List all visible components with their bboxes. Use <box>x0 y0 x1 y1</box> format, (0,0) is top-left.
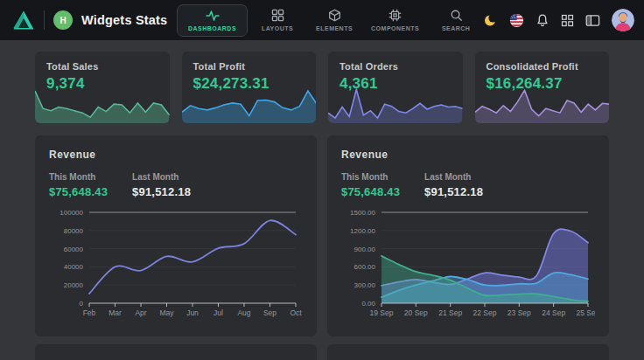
card-title: Revenue <box>49 149 303 161</box>
dashboard-content: Total Sales 9,374 Total Profit $24,273.3… <box>0 52 644 360</box>
svg-text:1500.00: 1500.00 <box>350 209 375 217</box>
search-icon <box>450 9 463 22</box>
this-month-label: This Month <box>341 172 400 182</box>
svg-text:21 Sep: 21 Sep <box>438 308 462 317</box>
svg-text:Apr: Apr <box>135 308 146 317</box>
svg-text:Jun: Jun <box>186 308 199 317</box>
revenue-daily-area-chart: 0.00300.00600.00900.001200.001500.0019 S… <box>341 205 595 321</box>
cpu-chip-icon <box>388 9 402 22</box>
nav-label: DASHBOARDS <box>188 25 236 31</box>
activity-icon <box>206 10 220 22</box>
this-month-value: $75,648.43 <box>341 185 400 198</box>
nav-label: COMPONENTS <box>371 25 419 31</box>
svg-text:20 Sep: 20 Sep <box>404 308 428 317</box>
user-avatar[interactable] <box>612 9 634 31</box>
card-stub <box>327 344 609 360</box>
total-profit-sparkline <box>182 85 317 123</box>
this-month-value: $75,648.43 <box>49 185 108 198</box>
grid-layout-icon <box>271 9 284 22</box>
svg-text:24 Sep: 24 Sep <box>542 308 565 317</box>
next-cards-row-partial <box>35 344 609 360</box>
svg-text:1200.00: 1200.00 <box>350 227 375 235</box>
svg-text:300.00: 300.00 <box>354 281 376 289</box>
nav-item-elements[interactable]: ELEMENTS <box>307 3 361 37</box>
nav-item-components[interactable]: COMPONENTS <box>364 3 426 37</box>
nav-item-layouts[interactable]: LAYOUTS <box>250 3 304 37</box>
revenue-summary: This Month $75,648.43 Last Month $91,512… <box>49 172 303 198</box>
revenue-summary: This Month $75,648.43 Last Month $91,512… <box>341 172 595 198</box>
this-month-block: This Month $75,648.43 <box>341 172 400 198</box>
page-title: Widgets Stats <box>81 13 167 27</box>
stat-label: Consolidated Profit <box>486 61 598 72</box>
card-stub <box>35 344 317 360</box>
stat-label: Total Orders <box>340 61 452 72</box>
stat-card-total-orders: Total Orders 4,361 <box>328 52 463 123</box>
svg-text:0.00: 0.00 <box>361 300 375 308</box>
svg-text:19 Sep: 19 Sep <box>370 308 394 317</box>
stat-card-consolidated-profit: Consolidated Profit $16,264.37 <box>475 52 610 123</box>
svg-text:Sep: Sep <box>263 308 276 317</box>
last-month-value: $91,512.18 <box>424 185 483 198</box>
svg-text:0: 0 <box>80 300 84 308</box>
stat-cards-row: Total Sales 9,374 Total Profit $24,273.3… <box>35 52 609 123</box>
revenue-monthly-line-chart: 020000400006000080000100000FebMarAprMayJ… <box>49 205 303 321</box>
this-month-block: This Month $75,648.43 <box>49 172 108 198</box>
apps-grid-icon[interactable] <box>561 14 574 27</box>
svg-text:Feb: Feb <box>83 308 96 317</box>
stat-card-total-profit: Total Profit $24,273.31 <box>182 52 317 123</box>
workspace-badge[interactable]: H <box>53 10 73 30</box>
svg-text:22 Sep: 22 Sep <box>473 308 497 317</box>
svg-text:600.00: 600.00 <box>354 263 376 271</box>
card-title: Revenue <box>341 149 595 161</box>
header-divider <box>44 10 45 30</box>
svg-text:Jul: Jul <box>214 308 223 317</box>
svg-text:Oct: Oct <box>290 308 302 317</box>
svg-text:25 Sep: 25 Sep <box>577 308 595 317</box>
svg-text:20000: 20000 <box>64 281 84 289</box>
svg-text:60000: 60000 <box>64 246 84 253</box>
svg-text:Aug: Aug <box>237 308 250 317</box>
revenue-cards-row: Revenue This Month $75,648.43 Last Month… <box>35 135 609 336</box>
last-month-value: $91,512.18 <box>132 185 191 198</box>
svg-text:900.00: 900.00 <box>354 246 376 253</box>
consolidated-profit-sparkline <box>475 85 610 123</box>
svg-text:40000: 40000 <box>64 263 84 271</box>
last-month-block: Last Month $91,512.18 <box>424 172 483 198</box>
nav-label: SEARCH <box>442 25 471 31</box>
top-navigation-bar: H Widgets Stats DASHBOARDS LAYOUTS ELEME… <box>0 0 644 40</box>
this-month-label: This Month <box>49 172 108 182</box>
nav-item-search[interactable]: SEARCH <box>429 3 483 37</box>
svg-text:May: May <box>159 308 174 317</box>
nav-item-dashboards[interactable]: DASHBOARDS <box>177 4 248 37</box>
svg-text:80000: 80000 <box>64 227 84 235</box>
main-nav: DASHBOARDS LAYOUTS ELEMENTS COMPONENTS S… <box>177 3 483 37</box>
last-month-label: Last Month <box>424 172 483 182</box>
svg-text:100000: 100000 <box>60 209 83 217</box>
header-actions <box>483 9 638 31</box>
stat-card-total-sales: Total Sales 9,374 <box>35 52 170 123</box>
notifications-bell-icon[interactable] <box>536 13 550 28</box>
language-us-flag-icon[interactable] <box>509 13 524 28</box>
revenue-card-monthly: Revenue This Month $75,648.43 Last Month… <box>35 135 317 336</box>
brand: H Widgets Stats <box>12 10 177 31</box>
stat-label: Total Sales <box>46 61 158 72</box>
last-month-label: Last Month <box>132 172 191 182</box>
svg-text:Mar: Mar <box>108 308 122 317</box>
last-month-block: Last Month $91,512.18 <box>132 172 191 198</box>
cube-box-icon <box>328 9 341 22</box>
app-logo-icon[interactable] <box>12 10 35 31</box>
sidebar-toggle-icon[interactable] <box>585 14 600 27</box>
nav-label: ELEMENTS <box>316 25 353 31</box>
svg-text:23 Sep: 23 Sep <box>508 308 531 317</box>
nav-label: LAYOUTS <box>262 25 293 31</box>
revenue-card-daily: Revenue This Month $75,648.43 Last Month… <box>327 135 609 336</box>
theme-toggle-moon-icon[interactable] <box>483 13 498 28</box>
stat-label: Total Profit <box>193 61 305 72</box>
total-sales-sparkline <box>35 85 170 123</box>
total-orders-sparkline <box>328 85 463 123</box>
